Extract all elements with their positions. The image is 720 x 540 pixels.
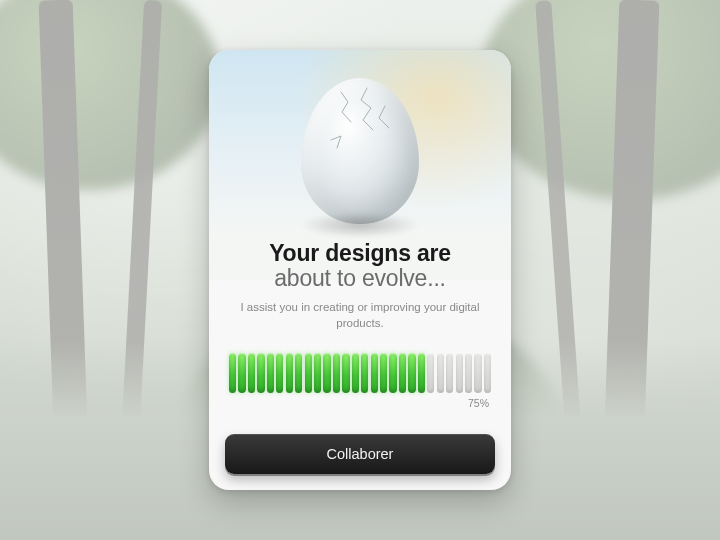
progress-segment [474,353,481,393]
progress-segment [456,353,463,393]
progress-segment [276,353,283,393]
card-subtitle: I assist you in creating or improving yo… [209,300,511,331]
progress-segment [342,353,349,393]
progress-segment [484,353,491,393]
progress-segment [295,353,302,393]
progress-segment [257,353,264,393]
progress-segment [314,353,321,393]
progress-segment [408,353,415,393]
progress-segment [333,353,340,393]
page-background: Your designs are about to evolve... I as… [0,0,720,540]
progress-segment [305,353,312,393]
collaborate-button[interactable]: Collaborer [225,434,495,474]
onboarding-card: Your designs are about to evolve... I as… [209,50,511,490]
hero-illustration [301,78,419,224]
egg-shadow [300,212,420,238]
progress-segment [427,353,434,393]
progress-segment [286,353,293,393]
card-title-line2: about to evolve... [225,265,495,292]
progress-segment [323,353,330,393]
progress-segment [418,353,425,393]
progress-segment [399,353,406,393]
progress-segment [446,353,453,393]
progress-segment [465,353,472,393]
progress-segment [267,353,274,393]
progress-segment [437,353,444,393]
progress-segment [238,353,245,393]
progress-segment [380,353,387,393]
progress-segment [352,353,359,393]
progress-percent-label: 75% [468,397,489,409]
progress-segment [248,353,255,393]
cracking-egg-icon [301,78,419,224]
progress-segment [361,353,368,393]
progress-segment [389,353,396,393]
card-title-line1: Your designs are [225,240,495,267]
progress-segment [371,353,378,393]
progress-segment [229,353,236,393]
progress-bar [229,353,491,393]
